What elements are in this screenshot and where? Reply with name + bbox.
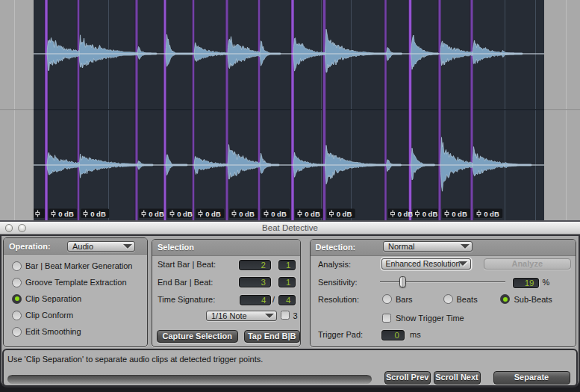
svg-text:0 dB: 0 dB (90, 210, 106, 218)
svg-text:0 dB: 0 dB (398, 210, 414, 218)
svg-text:0 dB: 0 dB (205, 210, 221, 218)
svg-text:0 dB: 0 dB (305, 210, 320, 218)
svg-text:0 dB: 0 dB (239, 210, 255, 218)
svg-text:0 dB: 0 dB (452, 210, 467, 218)
svg-text:0 dB: 0 dB (337, 210, 352, 218)
svg-text:0 dB: 0 dB (58, 210, 74, 218)
svg-text:0 dB: 0 dB (271, 210, 287, 218)
svg-text:0 dB: 0 dB (484, 210, 499, 218)
svg-text:0 dB: 0 dB (149, 210, 164, 218)
svg-text:0 dB: 0 dB (422, 210, 438, 218)
svg-text:0 dB: 0 dB (177, 210, 193, 218)
